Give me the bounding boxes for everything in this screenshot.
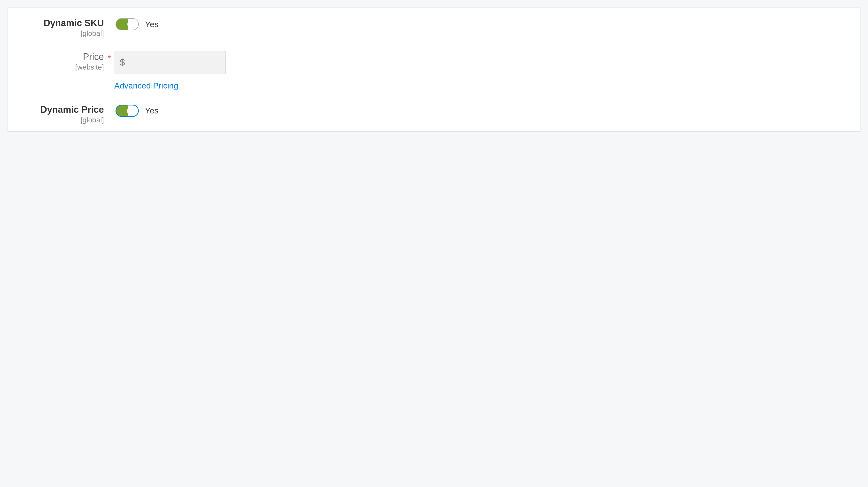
- toggle-knob: [127, 19, 138, 30]
- field-dynamic-sku: Dynamic SKU [global] Yes: [20, 17, 848, 37]
- label-dynamic-price: Dynamic Price [global]: [20, 104, 107, 124]
- required-asterisk: *: [107, 51, 114, 63]
- label-dynamic-sku: Dynamic SKU [global]: [20, 17, 107, 37]
- price-input[interactable]: $: [114, 51, 225, 74]
- control-dynamic-price: Yes: [116, 104, 158, 117]
- label-text: Dynamic SKU: [20, 18, 104, 28]
- toggle-state-label: Yes: [145, 20, 158, 29]
- advanced-pricing-link[interactable]: Advanced Pricing: [114, 81, 225, 90]
- label-scope: [global]: [20, 116, 104, 124]
- form-panel: Dynamic SKU [global] Yes Price [website]…: [7, 7, 861, 132]
- label-text: Price: [20, 52, 104, 62]
- label-scope: [global]: [20, 29, 104, 37]
- label-scope: [website]: [20, 63, 104, 71]
- dynamic-sku-toggle[interactable]: [116, 18, 139, 30]
- label-price: Price [website]: [20, 51, 107, 71]
- control-dynamic-sku: Yes: [116, 17, 158, 30]
- dynamic-price-toggle[interactable]: [116, 105, 139, 117]
- toggle-wrap: Yes: [116, 104, 158, 117]
- toggle-state-label: Yes: [145, 106, 158, 115]
- label-text: Dynamic Price: [20, 105, 104, 115]
- field-dynamic-price: Dynamic Price [global] Yes: [20, 104, 848, 124]
- toggle-knob: [127, 106, 138, 116]
- currency-symbol: $: [120, 57, 125, 68]
- field-price: Price [website] * $ Advanced Pricing: [20, 51, 848, 90]
- control-price: $ Advanced Pricing: [114, 51, 225, 90]
- toggle-wrap: Yes: [116, 17, 158, 30]
